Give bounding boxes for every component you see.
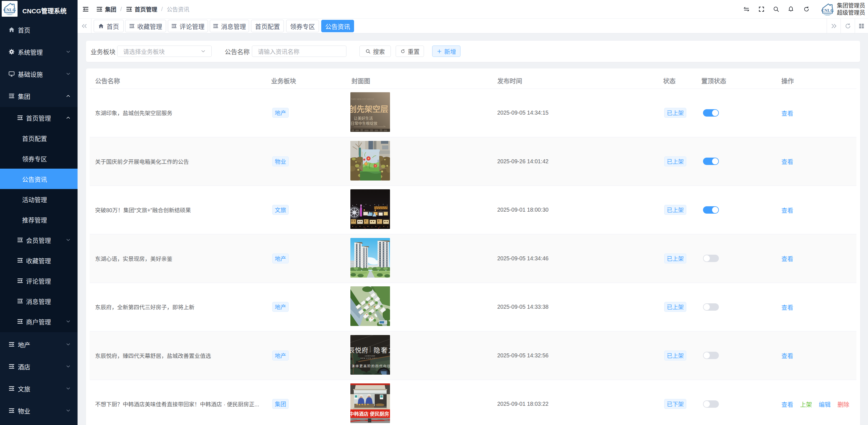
svg-text:创先架空层: 创先架空层	[350, 105, 388, 114]
svg-text:TURY NEW CITY GROUP: TURY NEW CITY GROUP	[351, 98, 374, 100]
svg-text:让美好生活: 让美好生活	[354, 116, 373, 121]
svg-text:日常中生根绽放: 日常中生根绽放	[351, 121, 377, 126]
svg-text:中韩酒店 便民厨房: 中韩酒店 便民厨房	[350, 411, 389, 417]
svg-text:隐奢之: 隐奢之	[374, 347, 390, 354]
svg-text:CNLG: CNLG	[821, 8, 834, 13]
svg-text:CNLG: CNLG	[3, 7, 16, 12]
svg-text:CENTURY: CENTURY	[365, 355, 375, 357]
svg-text:演绎更高阶的四代向往: 演绎更高阶的四代向往	[351, 364, 390, 368]
